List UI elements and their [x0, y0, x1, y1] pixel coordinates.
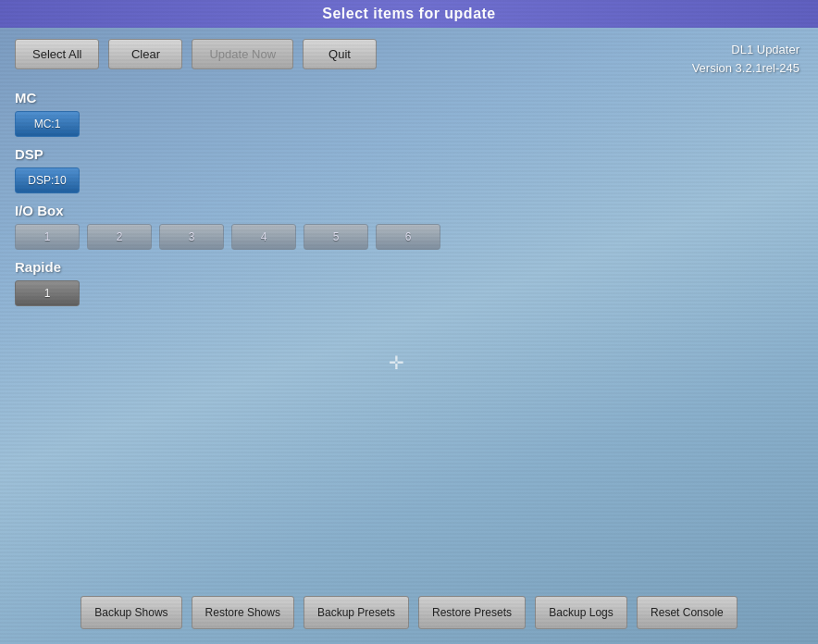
title-bar: Select items for update [0, 0, 818, 28]
rapide-items-row: 1 [15, 280, 803, 306]
io-item-2[interactable]: 2 [87, 224, 152, 250]
reset-console-button[interactable]: Reset Console [637, 596, 737, 629]
main-content: MC MC:1 DSP DSP:10 I/O Box 1 2 3 4 5 6 R… [0, 90, 818, 306]
version-number: Version 3.2.1rel-245 [692, 59, 799, 78]
title-label: Select items for update [322, 6, 496, 21]
backup-logs-button[interactable]: Backup Logs [535, 596, 627, 629]
mc-item-1[interactable]: MC:1 [15, 111, 80, 137]
backup-shows-button[interactable]: Backup Shows [81, 596, 181, 629]
bottom-toolbar: Backup Shows Restore Shows Backup Preset… [0, 596, 818, 629]
dsp-items-row: DSP:10 [15, 167, 803, 193]
crosshair-icon: ✛ [389, 352, 404, 374]
mc-items-row: MC:1 [15, 111, 803, 137]
top-toolbar: Select All Clear Update Now Quit DL1 Upd… [0, 28, 818, 80]
clear-button[interactable]: Clear [108, 39, 182, 69]
io-item-6[interactable]: 6 [376, 224, 440, 250]
backup-presets-button[interactable]: Backup Presets [304, 596, 409, 629]
dsp-section-label: DSP [15, 146, 803, 162]
io-box-section-label: I/O Box [15, 203, 803, 218]
select-all-button[interactable]: Select All [15, 39, 99, 69]
dsp-item-1[interactable]: DSP:10 [15, 167, 80, 193]
app-name: DL1 Updater [692, 41, 799, 59]
io-item-5[interactable]: 5 [304, 224, 368, 250]
quit-button[interactable]: Quit [303, 39, 377, 69]
rapide-section-label: Rapide [15, 259, 803, 275]
io-item-4[interactable]: 4 [231, 224, 296, 250]
version-info: DL1 Updater Version 3.2.1rel-245 [692, 41, 799, 77]
rapide-item-1[interactable]: 1 [15, 280, 80, 306]
restore-shows-button[interactable]: Restore Shows [192, 596, 294, 629]
restore-presets-button[interactable]: Restore Presets [418, 596, 526, 629]
update-now-button[interactable]: Update Now [192, 39, 293, 69]
io-item-1[interactable]: 1 [15, 224, 80, 250]
io-box-items-row: 1 2 3 4 5 6 [15, 224, 803, 250]
io-item-3[interactable]: 3 [159, 224, 224, 250]
mc-section-label: MC [15, 90, 803, 105]
